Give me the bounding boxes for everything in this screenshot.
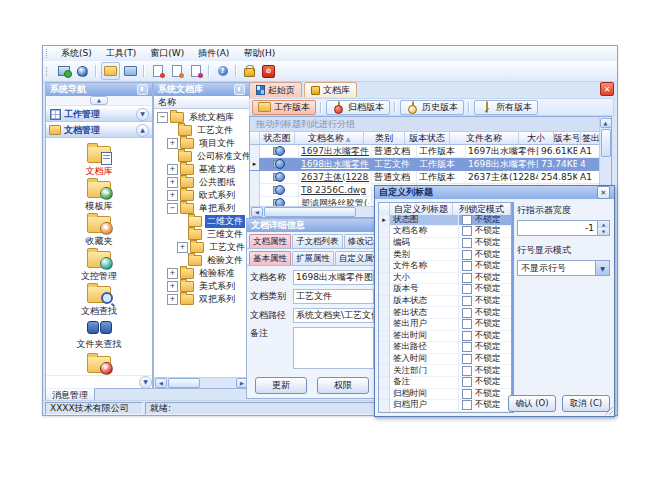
chevron-up-icon[interactable]: ▲ — [136, 124, 149, 137]
scrollbar-thumb[interactable] — [601, 129, 611, 157]
tree-node[interactable]: +公共图纸 — [154, 176, 249, 189]
scrollbar-thumb[interactable] — [264, 207, 356, 217]
sidebar-item[interactable]: ★收藏夹 — [46, 211, 152, 246]
grid-row[interactable]: ▸状态图不锁定 — [379, 215, 511, 227]
sidebar-item[interactable]: 文控管理 — [46, 246, 152, 281]
grid-row[interactable]: 签出状态不锁定 — [379, 307, 511, 319]
group-by-bar[interactable]: 拖动列标题到此进行分组 — [250, 117, 611, 132]
tree-node[interactable]: 检验文件 — [154, 254, 249, 267]
grid-cell-lock[interactable]: 不锁定 — [459, 389, 511, 401]
grid-row[interactable]: 签出用户不锁定 — [379, 319, 511, 331]
checkbox-unchecked-icon[interactable] — [462, 389, 472, 399]
menu-item[interactable]: 系统(S) — [54, 46, 99, 61]
grid-cell-lock[interactable]: 不锁定 — [459, 365, 511, 377]
grid-cell-lock[interactable]: 不锁定 — [459, 226, 511, 238]
checkbox-unchecked-icon[interactable] — [462, 284, 472, 294]
row-indicator-input[interactable]: -1 ▲▼ — [517, 220, 610, 236]
details-tab[interactable]: 文档属性 — [249, 234, 291, 248]
tree-column-header[interactable]: 名称 — [154, 96, 249, 109]
checkbox-unchecked-icon[interactable] — [462, 273, 472, 283]
table-row[interactable]: 2637主体(12284).dwg普通文档工作版本2637主体(12284).d… — [250, 171, 611, 184]
tree-node[interactable]: 工艺文件 — [154, 124, 249, 137]
grid-cell-lock[interactable]: 不锁定 — [459, 342, 511, 354]
grid-cell-lock[interactable]: 不锁定 — [459, 319, 511, 331]
toolbar-button[interactable] — [122, 63, 139, 79]
tree-node[interactable]: 二维文件 — [154, 215, 249, 228]
ok-button[interactable]: 确认 (O) — [508, 395, 556, 412]
expand-icon[interactable]: + — [167, 268, 178, 279]
toolbar-button[interactable] — [149, 63, 166, 79]
checkbox-unchecked-icon[interactable] — [462, 250, 472, 260]
close-icon[interactable]: ✕ — [600, 82, 614, 96]
scroll-left-icon[interactable]: ◀ — [251, 207, 263, 217]
table-row[interactable]: ▸1698出水嘴零件图.dwg工艺文件工作版本1698出水嘴零件图.dwg73.… — [250, 158, 611, 171]
sidebar-item[interactable]: ➜模板库 — [46, 176, 152, 211]
field-value[interactable]: 1698出水嘴零件图.dwg — [293, 270, 374, 285]
checkbox-unchecked-icon[interactable] — [462, 226, 472, 236]
expand-icon[interactable]: + — [167, 164, 178, 175]
toolbar-button[interactable] — [74, 63, 91, 79]
pin-icon[interactable] — [137, 84, 148, 95]
table-row[interactable]: 1697出水嘴零件图.dwg普通文档工作版本1697出水嘴零件图.dwg96.6… — [250, 145, 611, 158]
document-link[interactable]: 1697出水嘴零件图.dwg — [301, 145, 369, 158]
sidebar-group-collapsed[interactable]: 工作管理▼ — [46, 106, 152, 122]
grid-row[interactable]: 文档名称不锁定 — [379, 226, 511, 238]
toolbar-button[interactable] — [168, 63, 185, 79]
tree-node[interactable]: +基准文档 — [154, 163, 249, 176]
grid-row[interactable]: 签出时间不锁定 — [379, 331, 511, 343]
grid-row[interactable]: 关注部门不锁定 — [379, 365, 511, 377]
column-header[interactable]: 状态图 — [260, 132, 295, 145]
tree-hscrollbar[interactable]: ◀ ▶ — [154, 377, 249, 388]
tree-node[interactable]: +检验标准 — [154, 267, 249, 280]
cancel-button[interactable]: 取消 (C) — [562, 395, 610, 412]
checkbox-unchecked-icon[interactable] — [462, 308, 472, 318]
version-button[interactable]: ✓所有版本 — [474, 100, 538, 115]
tree-node[interactable]: +项目文件 — [154, 137, 249, 150]
grid-cell-lock[interactable]: 不锁定 — [459, 284, 511, 296]
tab-document-library[interactable]: 文档库 — [304, 82, 357, 97]
checkbox-unchecked-icon[interactable] — [462, 377, 472, 387]
tab-start-page[interactable]: 起始页 — [249, 82, 302, 97]
tree-node[interactable]: +工艺文件 — [154, 241, 249, 254]
field-value[interactable]: 系统文档夹\工艺文件\ — [293, 308, 374, 323]
column-header[interactable]: 文档名称▲ — [295, 132, 364, 145]
dialog-splitter[interactable] — [512, 202, 514, 413]
grid-cell-lock[interactable]: 不锁定 — [459, 296, 511, 308]
grid-row[interactable]: 版本号不锁定 — [379, 284, 511, 296]
grid-cell-lock[interactable]: 不锁定 — [459, 354, 511, 366]
grid-row[interactable]: 备注不锁定 — [379, 377, 511, 389]
checkbox-unchecked-icon[interactable] — [462, 331, 472, 341]
checkbox-unchecked-icon[interactable] — [462, 296, 472, 306]
toolbar-button[interactable] — [55, 63, 72, 79]
details-subtab[interactable]: 扩展属性 — [292, 251, 334, 265]
spin-down-icon[interactable]: ▼ — [598, 228, 609, 235]
toolbar-button[interactable]: ? — [214, 63, 231, 79]
grid-row[interactable]: 签出路径不锁定 — [379, 342, 511, 354]
details-subtab[interactable]: 自定义属性 — [335, 251, 378, 265]
menu-item[interactable]: 工具(T) — [99, 46, 144, 61]
document-link[interactable]: 2637主体(12284).dwg — [301, 171, 369, 184]
grid-row[interactable]: 大小不锁定 — [379, 273, 511, 285]
expand-icon[interactable]: + — [167, 281, 178, 292]
expand-icon[interactable]: + — [167, 190, 178, 201]
grid-row[interactable]: 版本状态不锁定 — [379, 296, 511, 308]
spinner[interactable]: ▲▼ — [597, 221, 609, 235]
grid-cell-lock[interactable]: 不锁定 — [459, 261, 511, 273]
grid-row[interactable]: 归档时间不锁定 — [379, 389, 511, 401]
row-mode-select[interactable]: 不显示行号 ▼ — [517, 260, 610, 276]
toolbar-button[interactable] — [101, 62, 120, 80]
toolbar-button[interactable] — [187, 63, 204, 79]
expand-icon[interactable]: + — [167, 138, 178, 149]
tree-node[interactable]: 三维文件 — [154, 228, 249, 241]
field-value[interactable]: 工艺文件 — [293, 289, 374, 304]
version-button[interactable]: 历史版本 — [400, 100, 464, 115]
tree-node[interactable]: −单把系列 — [154, 202, 249, 215]
menu-item[interactable]: 窗口(W) — [143, 46, 191, 61]
sidebar-item[interactable]: 文件夹查找 — [46, 316, 152, 351]
tree-node[interactable]: +美式系列 — [154, 280, 249, 293]
collapse-icon[interactable]: − — [157, 112, 168, 123]
checkbox-unchecked-icon[interactable] — [462, 400, 472, 410]
grid-cell-lock[interactable]: 不锁定 — [459, 400, 511, 412]
toolbar-button[interactable]: ⊘ — [260, 63, 277, 79]
column-header[interactable]: 版本状态 — [405, 132, 450, 145]
